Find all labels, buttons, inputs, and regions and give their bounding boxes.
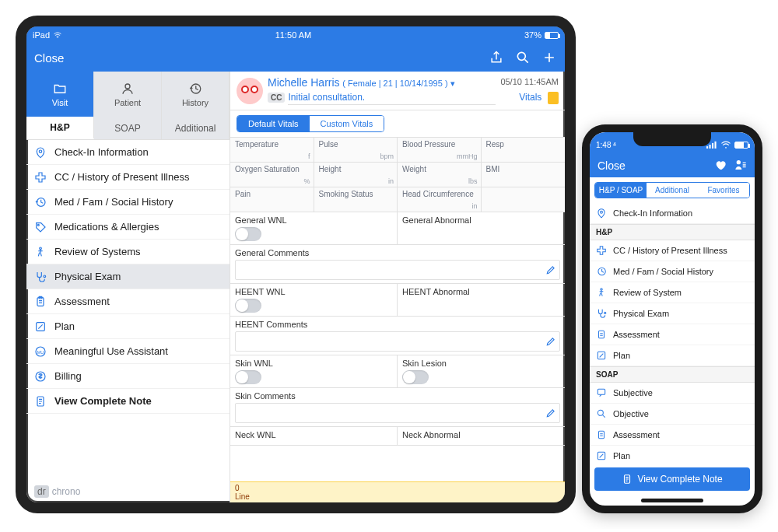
close-button[interactable]: Close [34,51,64,65]
tab-visit[interactable]: Visit [26,72,94,117]
vitals-link[interactable]: Vitals [519,92,541,103]
exam-heent-wnl[interactable]: HEENT WNL [230,284,398,316]
cc-input[interactable] [288,90,496,105]
patient-meta[interactable]: ( Female | 21 | 10/14/1995 ) ▾ [342,79,454,88]
iphone-tab-hpsoap[interactable]: H&P / SOAP [595,183,647,198]
vitals-tab-custom[interactable]: Custom Vitals [310,116,384,131]
wifi-icon [720,141,731,149]
exam-general-abnormal[interactable]: General Abnormal [398,212,565,244]
vital-bp[interactable]: Blood PressuremmHg [398,138,482,163]
subtab-soap[interactable]: SOAP [94,117,162,139]
toggle-general-wnl[interactable] [235,227,261,241]
user-menu-icon[interactable] [734,159,747,173]
patient-name[interactable]: Michelle Harris [268,76,340,89]
vital-o2[interactable]: Oxygen Saturation% [230,163,314,187]
tab-patient[interactable]: Patient [94,72,162,117]
vital-bmi[interactable]: BMI [482,163,566,187]
iphone-item-soap-assessment[interactable]: Assessment [590,425,755,446]
folder-icon [51,82,68,96]
exam-heent-comments[interactable]: HEENT Comments [230,316,565,355]
iphone-tab-favorites[interactable]: Favorites [698,183,749,198]
iphone-view-note-button[interactable]: View Complete Note [594,467,750,491]
exam-general-comments[interactable]: General Comments [230,244,565,283]
mu-badge-icon: MU [34,345,47,358]
iphone-item-subjective[interactable]: Subjective [590,383,755,404]
document-icon [622,474,633,485]
vital-smoking[interactable]: Smoking Status [314,187,398,212]
sidebar-item-history[interactable]: Med / Fam / Social History [26,190,230,215]
toggle-skin-lesion[interactable] [402,370,429,384]
sidebar-item-plan[interactable]: Plan [26,314,230,339]
stethoscope-icon [596,308,607,319]
vital-pulse[interactable]: Pulsebpm [314,138,398,163]
battery-icon [734,142,748,149]
note-doc-icon[interactable] [548,92,559,104]
iphone-close-button[interactable]: Close [598,159,626,172]
pencil-icon[interactable] [545,264,556,275]
toggle-skin-wnl[interactable] [235,370,261,384]
sidebar-item-meds[interactable]: Medications & Allergies [26,215,230,240]
ipad-device: iPad 11:50 AM 37% Close [16,16,576,513]
search-icon[interactable] [515,50,531,65]
exam-skin-comments[interactable]: Skin Comments [230,387,565,426]
toggle-heent-wnl[interactable] [235,299,261,313]
add-icon[interactable] [541,50,557,65]
heart-icon[interactable] [714,159,727,173]
svg-rect-17 [710,145,711,149]
pencil-icon[interactable] [545,408,556,418]
tab-history[interactable]: History [162,72,230,117]
battery-pct: 37% [524,30,541,40]
sidebar-item-assessment[interactable]: Assessment [26,289,230,314]
iphone-item-objective[interactable]: Objective [590,404,755,425]
sidebar-item-view-note[interactable]: View Complete Note [26,389,230,414]
iphone-item-pe[interactable]: Physical Exam [590,303,755,324]
plus-medical-icon [596,245,607,256]
status-time: 11:50 AM [62,30,524,40]
svg-point-7 [40,247,42,250]
person-icon [119,82,136,96]
exam-skin-lesion[interactable]: Skin Lesion [398,355,565,387]
exam-heent-abnormal[interactable]: HEENT Abnormal [398,284,565,316]
wifi-icon [53,32,62,38]
vital-pain[interactable]: Pain [230,187,314,212]
svg-point-22 [601,211,603,213]
exam-skin-wnl[interactable]: Skin WNL [230,355,398,387]
iphone-item-plan[interactable]: Plan [590,345,755,366]
vital-height[interactable]: Heightin [314,163,398,187]
vitals-tab-default[interactable]: Default Vitals [237,116,310,131]
iphone-tab-additional[interactable]: Additional [647,183,698,198]
clock-icon [596,266,607,277]
exam-neck-abnormal[interactable]: Neck Abnormal [398,427,565,445]
clipboard-icon [596,429,607,440]
exam-general-wnl[interactable]: General WNL [230,212,398,244]
vital-temperature[interactable]: Temperaturef [230,138,314,163]
iphone-item-checkin[interactable]: Check-In Information [590,203,755,224]
sidebar-item-checkin[interactable]: Check-In Information [26,140,230,165]
iphone-item-assessment[interactable]: Assessment [590,324,755,345]
patient-avatar[interactable] [237,78,263,104]
edit-icon [596,350,607,361]
vital-resp[interactable]: Resp [482,138,566,163]
sidebar: Visit Patient History H&P SOAP [26,72,230,502]
sidebar-item-ros[interactable]: Review of Systems [26,240,230,264]
iphone-item-soap-plan[interactable]: Plan [590,446,755,463]
battery-icon [545,32,559,39]
iphone-item-history[interactable]: Med / Fam / Social History [590,261,755,282]
exam-neck-wnl[interactable]: Neck WNL [230,427,398,445]
subtab-additional[interactable]: Additional [162,117,230,139]
vital-weight[interactable]: Weightlbs [398,163,482,187]
sidebar-item-physical-exam[interactable]: Physical Exam [26,264,230,289]
subtab-hp[interactable]: H&P [26,117,94,139]
pencil-icon[interactable] [545,336,556,347]
iphone-item-ros[interactable]: Review of System [590,282,755,303]
sidebar-item-cc[interactable]: CC / History of Present Illness [26,165,230,190]
sidebar-item-mu[interactable]: MU Meaningful Use Assistant [26,339,230,364]
sidebar-item-billing[interactable]: Billing [26,364,230,389]
svg-point-4 [39,150,41,152]
share-icon[interactable] [489,50,504,65]
iphone-item-cc[interactable]: CC / History of Present Illness [590,240,755,261]
iphone-navbar: Close [590,154,755,177]
vital-head-circ[interactable]: Head Circumferencein [398,187,482,212]
search-icon [596,408,607,419]
iphone-status-time: 1:48 ⁴ [596,141,616,149]
